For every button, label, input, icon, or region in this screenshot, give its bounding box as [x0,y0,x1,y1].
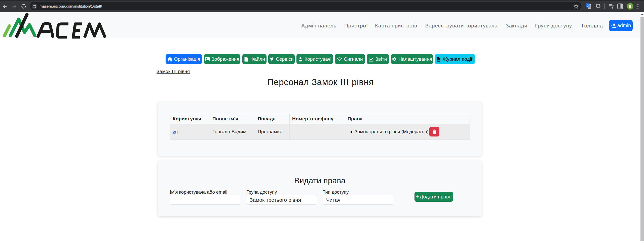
svg-text:G: G [587,4,589,7]
